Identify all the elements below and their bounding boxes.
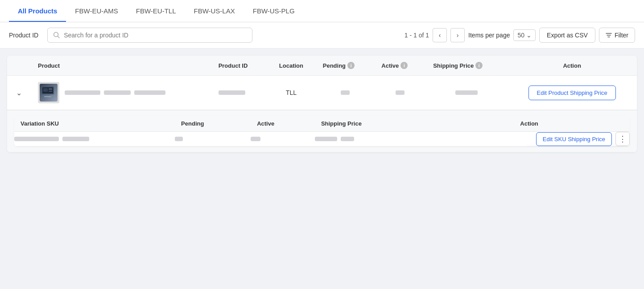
product-action-cell: Edit Product Shipping Price (507, 76, 637, 110)
tab-fbw-eu-tll[interactable]: FBW-EU-TLL (127, 0, 185, 22)
filter-icon (606, 32, 612, 38)
svg-rect-9 (43, 88, 48, 92)
pagination-prev-btn[interactable]: ‹ (433, 28, 447, 42)
svg-line-1 (58, 37, 60, 38)
location-cell: TLL (267, 76, 316, 110)
edit-sku-shipping-price-button[interactable]: Edit SKU Shipping Price (536, 132, 612, 146)
pending-cell (316, 76, 375, 110)
tabs-bar: All Products FBW-EU-AMS FBW-EU-TLL FBW-U… (0, 0, 644, 22)
tab-all-products[interactable]: All Products (9, 0, 66, 22)
svg-rect-10 (49, 88, 52, 90)
var-shipping-price-cell (315, 132, 429, 147)
tab-fbw-eu-ams[interactable]: FBW-EU-AMS (66, 0, 127, 22)
chevron-down-icon: ⌄ (526, 32, 532, 39)
products-table: Product Product ID Location Pending i (7, 56, 637, 152)
table-row: ⌄ (7, 76, 637, 110)
product-cell (38, 82, 204, 103)
var-col-pending: Pending (175, 116, 251, 132)
tab-fbw-us-plg[interactable]: FBW-US-PLG (244, 0, 304, 22)
export-csv-button[interactable]: Export as CSV (539, 28, 595, 43)
expand-row-btn[interactable]: ⌄ (14, 88, 24, 98)
search-icon (53, 32, 60, 39)
product-id-cell (211, 76, 267, 110)
col-pending: Pending i (316, 56, 375, 76)
col-action: Action (507, 56, 637, 76)
col-product-id: Product ID (211, 56, 267, 76)
pagination-info: 1 - 1 of 1 ‹ › Items per page 50 ⌄ Expor… (405, 28, 635, 43)
var-col-shipping-price: Shipping Price (315, 116, 429, 132)
active-cell (374, 76, 426, 110)
pagination-text: 1 - 1 of 1 (405, 32, 429, 39)
col-location: Location (267, 56, 316, 76)
three-dot-menu-button[interactable]: ⋮ Remove Inventory Quantity History Forc… (615, 132, 630, 146)
shipping-price-info-icon[interactable]: i (475, 62, 483, 69)
product-image-icon (40, 84, 56, 100)
products-table-container: Product Product ID Location Pending i (7, 56, 637, 152)
pending-info-icon[interactable]: i (347, 62, 355, 69)
pagination-next-btn[interactable]: › (450, 28, 465, 42)
active-info-icon[interactable]: i (400, 62, 408, 69)
var-pending-cell (175, 132, 251, 147)
search-box[interactable] (47, 28, 252, 43)
svg-rect-6 (46, 94, 50, 96)
product-name-blurred (65, 89, 165, 96)
var-sku-cell (14, 132, 175, 147)
edit-product-shipping-price-button[interactable]: Edit Product Shipping Price (528, 85, 616, 100)
shipping-price-cell (426, 76, 507, 110)
search-input[interactable] (64, 32, 247, 39)
var-col-active: Active (251, 116, 315, 132)
col-active: Active i (374, 56, 426, 76)
variation-table-wrapper: Variation SKU Pending Active Shipping Pr… (7, 110, 637, 152)
tab-fbw-us-lax[interactable]: FBW-US-LAX (185, 0, 244, 22)
per-page-select[interactable]: 50 ⌄ (513, 29, 536, 41)
product-thumbnail (38, 82, 59, 103)
col-shipping-price: Shipping Price i (426, 56, 507, 76)
var-col-sku: Variation SKU (14, 116, 175, 132)
variation-table-row: Edit SKU Shipping Price ⋮ Remove Invento… (14, 132, 630, 147)
items-per-page-label: Items per page (468, 32, 510, 39)
toolbar: Product ID 1 - 1 of 1 ‹ › Items per page… (0, 22, 644, 49)
product-id-label: Product ID (9, 32, 42, 39)
col-product: Product (31, 56, 211, 76)
svg-rect-11 (49, 91, 52, 92)
var-action-cell: Edit SKU Shipping Price ⋮ Remove Invento… (429, 132, 630, 147)
per-page-value: 50 (517, 32, 524, 39)
variation-row: Variation SKU Pending Active Shipping Pr… (7, 110, 637, 152)
var-col-action: Action (429, 116, 630, 132)
svg-rect-7 (44, 96, 51, 97)
var-active-cell (251, 132, 315, 147)
three-dot-icon: ⋮ (619, 134, 627, 144)
variation-table: Variation SKU Pending Active Shipping Pr… (14, 116, 630, 147)
filter-button[interactable]: Filter (599, 28, 635, 43)
